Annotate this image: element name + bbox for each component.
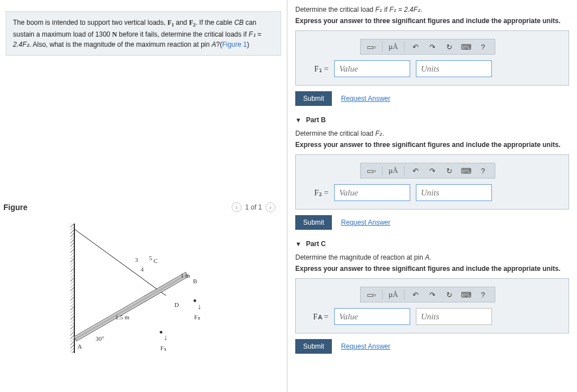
partb-submit-button[interactable]: Submit (295, 215, 332, 230)
problem-statement: The boom is intended to support two vert… (6, 11, 281, 56)
parta-request-link[interactable]: Request Answer (341, 95, 390, 103)
partc-prompt: Determine the magnitude of reaction at p… (295, 253, 569, 261)
partb-prompt: Determine the critical load F₂. (295, 130, 569, 137)
figure-link[interactable]: Figure 1 (222, 41, 247, 48)
figure-next-button[interactable]: › (265, 202, 276, 212)
collapse-icon: ▼ (295, 117, 301, 123)
undo-icon[interactable]: ↶ (409, 42, 421, 52)
reset-icon[interactable]: ↻ (443, 289, 455, 300)
help-icon[interactable]: ? (477, 42, 489, 52)
partc-units-input[interactable] (416, 308, 492, 325)
reset-icon[interactable]: ↻ (443, 166, 455, 176)
template-icon[interactable]: ▭▫ (365, 166, 378, 176)
parta-instructions: Express your answer to three significant… (295, 17, 569, 25)
partb-var-label: F₂ = (306, 188, 329, 198)
template-icon[interactable]: ▭▫ (365, 42, 378, 52)
figure-prev-button[interactable]: ‹ (232, 202, 242, 212)
partb-answer-box: ▭▫ µÅ ↶ ↷ ↻ ⌨ ? F₂ = (295, 154, 569, 210)
partc-toolbar: ▭▫ µÅ ↶ ↷ ↻ ⌨ ? (360, 287, 495, 302)
figure-diagram: C B D A 30° 1.5 m 1 m F₁ F₂ 3 4 5 ↓ ↓ ● … (54, 224, 234, 353)
help-icon[interactable]: ? (477, 289, 489, 300)
parta-prompt: Determine the critical load F₁ if F₁ = 2… (295, 6, 569, 14)
collapse-icon: ▼ (295, 240, 301, 247)
undo-icon[interactable]: ↶ (409, 166, 421, 176)
partc-header[interactable]: ▼ Part C (295, 240, 569, 248)
symbol-icon[interactable]: µÅ (387, 42, 400, 52)
partc-var-label: Fᴀ = (306, 312, 329, 322)
redo-icon[interactable]: ↷ (426, 289, 438, 300)
figure-counter: 1 of 1 (245, 203, 262, 211)
partb-header[interactable]: ▼ Part B (295, 116, 569, 124)
partc-answer-box: ▭▫ µÅ ↶ ↷ ↻ ⌨ ? Fᴀ = (295, 278, 569, 333)
problem-text: The boom is intended to support two vert… (13, 19, 167, 26)
template-icon[interactable]: ▭▫ (365, 289, 378, 300)
var-f2: F2 (189, 19, 196, 26)
partb-instructions: Express your answer to three significant… (295, 141, 569, 149)
partc-request-link[interactable]: Request Answer (341, 342, 390, 350)
parta-units-input[interactable] (416, 60, 492, 77)
parta-var-label: F₁ = (306, 64, 329, 74)
parta-toolbar: ▭▫ µÅ ↶ ↷ ↻ ⌨ ? (360, 39, 495, 55)
keyboard-icon[interactable]: ⌨ (460, 166, 472, 176)
redo-icon[interactable]: ↷ (426, 42, 438, 52)
var-f1: F1 (167, 19, 174, 26)
partc-value-input[interactable] (334, 308, 410, 325)
partb-request-link[interactable]: Request Answer (341, 219, 390, 226)
partb-units-input[interactable] (416, 184, 492, 201)
figure-title: Figure (3, 203, 28, 212)
keyboard-icon[interactable]: ⌨ (460, 289, 472, 300)
parta-value-input[interactable] (334, 60, 410, 77)
parta-answer-box: ▭▫ µÅ ↶ ↷ ↻ ⌨ ? F₁ = (295, 30, 569, 86)
symbol-icon[interactable]: µÅ (387, 166, 400, 176)
symbol-icon[interactable]: µÅ (387, 289, 400, 300)
partc-submit-button[interactable]: Submit (295, 339, 332, 354)
reset-icon[interactable]: ↻ (443, 42, 455, 52)
undo-icon[interactable]: ↶ (409, 289, 421, 300)
partb-value-input[interactable] (334, 184, 410, 201)
cable-cb: CB (234, 19, 244, 26)
partb-toolbar: ▭▫ µÅ ↶ ↷ ↻ ⌨ ? (360, 163, 495, 179)
keyboard-icon[interactable]: ⌨ (460, 42, 472, 52)
redo-icon[interactable]: ↷ (426, 166, 438, 176)
partc-instructions: Express your answer to three significant… (295, 265, 569, 273)
help-icon[interactable]: ? (477, 166, 489, 176)
parta-submit-button[interactable]: Submit (295, 91, 332, 106)
